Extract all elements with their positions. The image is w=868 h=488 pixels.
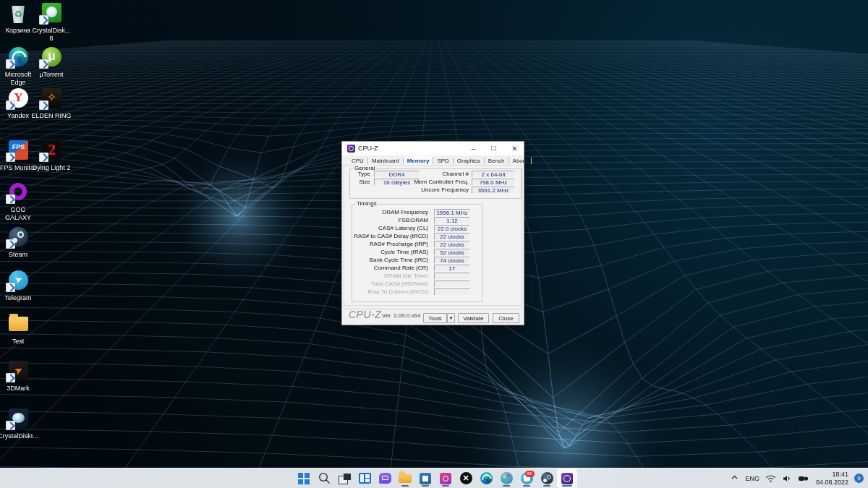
cpuz-app-icon: [347, 145, 355, 153]
close-button[interactable]: ✕: [505, 142, 524, 155]
shortcut-arrow-icon: [6, 100, 15, 110]
clock[interactable]: 18:41 04.08.2022: [816, 471, 848, 487]
chevron-up-icon: [730, 473, 739, 484]
desktop-icon-dying-light-2[interactable]: Dying Light 2: [30, 139, 72, 172]
dram-idle-timer-label: DRAM Idle Timer: [350, 273, 428, 280]
trp-value: 22 clocks: [434, 241, 470, 248]
cpuz-icon: [561, 473, 573, 484]
steam-icon: [541, 472, 553, 484]
shortcut-arrow-icon: [39, 59, 48, 69]
channel-label: Channel #: [409, 171, 469, 178]
tras-value: 52 clocks: [434, 249, 470, 256]
microsoft-edge-icon: [7, 46, 30, 69]
window-titlebar[interactable]: CPU-Z – ☐ ✕: [342, 142, 524, 155]
clock-time: 18:41: [816, 471, 848, 479]
cas-latency-label: CAS# Latency (CL): [350, 225, 428, 232]
taskbar-item-microsoft-store[interactable]: [415, 468, 435, 488]
desktop-icon-label: CrystalDisk... 8: [30, 27, 72, 43]
minimize-button[interactable]: –: [464, 142, 483, 155]
running-indicator: [562, 485, 572, 487]
dram-idle-timer-value: [434, 273, 470, 280]
taskbar-item-search[interactable]: [314, 468, 334, 488]
microsoft-store-icon: [420, 473, 431, 484]
steam-icon: [7, 226, 30, 249]
taskbar-item-cpuz[interactable]: [557, 468, 577, 488]
tray-overflow-button[interactable]: [730, 473, 739, 484]
desktop-icon-test-folder[interactable]: Test: [0, 312, 39, 346]
3dmark-icon: [7, 359, 30, 382]
total-cas-label: Total CAS# (tRDRAM): [350, 281, 428, 288]
wifi-icon[interactable]: [765, 474, 776, 484]
desktop-icon-elden-ring[interactable]: ELDEN RING: [30, 87, 72, 120]
cpuz-window: CPU-Z – ☐ ✕ CPU Mainboard Memory SPD Gra…: [341, 141, 524, 325]
taskbar-item-steam[interactable]: [537, 468, 557, 488]
dying-light-2-icon: [40, 139, 63, 162]
notification-badge[interactable]: 9: [854, 474, 864, 483]
desktop-icon-utorrent[interactable]: µTorrent: [30, 46, 72, 79]
search-icon: [318, 471, 331, 485]
tools-button[interactable]: Tools: [423, 313, 447, 323]
shortcut-arrow-icon: [6, 194, 15, 204]
paint-icon: [501, 472, 513, 484]
taskbar-item-messenger[interactable]: 66: [516, 468, 537, 488]
desktop-icon-steam[interactable]: Steam: [0, 226, 39, 259]
close-footer-button[interactable]: Close: [493, 313, 519, 323]
taskbar-item-widgets[interactable]: [354, 468, 375, 488]
shortcut-arrow-icon: [6, 283, 15, 292]
uncore-frequency-value: 3591.2 MHz: [472, 187, 515, 194]
shortcut-arrow-icon: [39, 153, 48, 162]
channel-value: 2 x 64-bit: [472, 171, 515, 178]
command-rate-value: 1T: [434, 265, 470, 272]
desktop-icon-telegram[interactable]: Telegram: [0, 269, 39, 302]
shortcut-arrow-icon: [6, 373, 15, 382]
tools-dropdown-arrow-icon[interactable]: ▼: [447, 313, 455, 323]
shortcut-arrow-icon: [39, 100, 48, 110]
desktop-icon-label: Telegram: [0, 294, 39, 302]
dram-frequency-value: 1596.1 MHz: [434, 209, 470, 216]
clock-date: 04.08.2022: [816, 479, 848, 487]
chat-icon: [379, 473, 391, 484]
desktop-icon-crystaldiskinfo[interactable]: CrystalDiskI...: [0, 407, 39, 440]
running-indicator: [523, 485, 530, 487]
dram-frequency-label: DRAM Frequency: [350, 209, 428, 216]
taskbar-item-task-view[interactable]: [334, 468, 354, 488]
desktop-icon-gog-galaxy[interactable]: GOG GALAXY: [0, 181, 39, 222]
cpuz-logo: CPU-Z: [349, 309, 381, 320]
taskbar-item-paint[interactable]: [496, 468, 516, 488]
taskbar: ✕ 66: [0, 468, 868, 488]
trp-label: RAS# Precharge (tRP): [350, 241, 428, 248]
task-view-icon: [339, 474, 351, 484]
folder-icon: [7, 312, 30, 335]
webcam-icon[interactable]: [798, 474, 809, 484]
desktop-icon-grid: Корзина CrystalDisk... 8 Microsoft Edge …: [0, 0, 101, 463]
maximize-button[interactable]: ☐: [484, 142, 503, 155]
telegram-icon: [7, 269, 30, 292]
desktop-icon-label: Test: [0, 338, 39, 346]
taskbar-item-xbox[interactable]: ✕: [456, 468, 476, 488]
fps-monitor-icon: [7, 139, 30, 162]
widgets-icon: [359, 473, 371, 484]
fsb-dram-label: FSB:DRAM: [350, 217, 428, 224]
taskbar-item-file-explorer[interactable]: [395, 468, 415, 488]
fsb-dram-value: 1:12: [434, 217, 470, 224]
shortcut-arrow-icon: [39, 15, 48, 25]
taskbar-item-microsoft-edge[interactable]: [476, 468, 496, 488]
desktop-icon-label: Steam: [0, 251, 39, 259]
taskbar-item-pinned-app[interactable]: [435, 468, 456, 488]
recycle-bin-icon: [7, 1, 30, 25]
validate-button[interactable]: Validate: [458, 313, 489, 323]
desktop-icon-3dmark[interactable]: 3DMark: [0, 359, 39, 393]
trcd-value: 22 clocks: [434, 233, 470, 240]
desktop-icon-label: GOG GALAXY: [0, 206, 39, 222]
command-rate-label: Command Rate (CR): [350, 265, 428, 272]
volume-icon[interactable]: [782, 474, 792, 484]
language-indicator[interactable]: ENG: [745, 475, 760, 482]
running-indicator: [442, 485, 449, 487]
desktop-icon-crystaldiskinfo8[interactable]: CrystalDisk... 8: [30, 1, 72, 43]
trc-value: 74 clocks: [434, 257, 470, 264]
trc-label: Bank Cycle Time (tRC): [350, 257, 428, 264]
taskbar-item-chat[interactable]: [375, 468, 395, 488]
taskbar-item-start[interactable]: [294, 468, 314, 488]
shortcut-arrow-icon: [6, 421, 15, 430]
taskbar-pinned-items: ✕ 66: [294, 468, 577, 488]
